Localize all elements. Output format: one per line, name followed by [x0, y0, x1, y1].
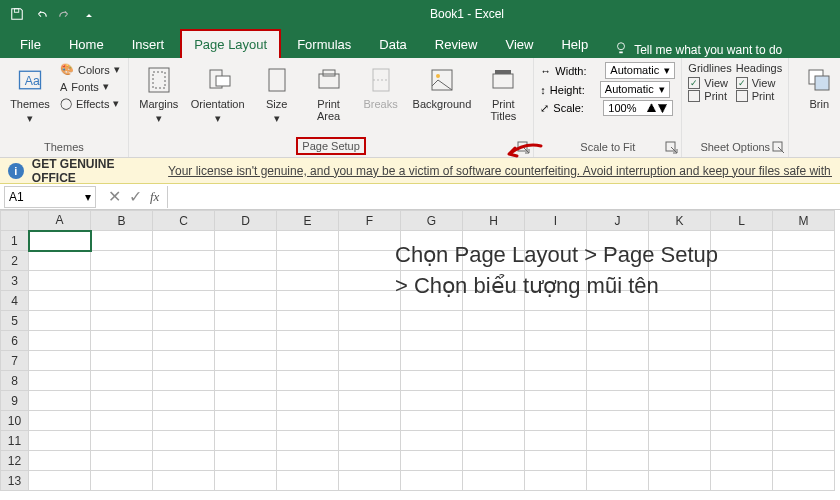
cell[interactable] — [773, 351, 835, 371]
cell[interactable] — [91, 391, 153, 411]
cell[interactable] — [525, 391, 587, 411]
cell[interactable] — [215, 251, 277, 271]
cell[interactable] — [215, 411, 277, 431]
cell[interactable] — [773, 391, 835, 411]
cell[interactable] — [215, 391, 277, 411]
cell[interactable] — [587, 371, 649, 391]
cell[interactable] — [91, 311, 153, 331]
cell[interactable] — [29, 251, 91, 271]
cell[interactable] — [773, 311, 835, 331]
cell[interactable] — [215, 351, 277, 371]
cell[interactable] — [153, 351, 215, 371]
qat-customize-icon[interactable] — [78, 3, 100, 25]
cell[interactable] — [153, 451, 215, 471]
cell[interactable] — [215, 291, 277, 311]
chevron-down-icon[interactable]: ▾ — [85, 190, 91, 204]
select-all-corner[interactable] — [1, 211, 29, 231]
cell[interactable] — [649, 451, 711, 471]
cell[interactable] — [29, 331, 91, 351]
cell[interactable] — [277, 371, 339, 391]
row-header[interactable]: 8 — [1, 371, 29, 391]
cell[interactable] — [339, 371, 401, 391]
print-titles-button[interactable]: Print Titles — [479, 62, 527, 124]
cell[interactable] — [339, 451, 401, 471]
margins-button[interactable]: Margins▾ — [135, 62, 183, 127]
cell[interactable] — [91, 471, 153, 491]
cell[interactable] — [91, 251, 153, 271]
print-area-button[interactable]: Print Area — [305, 62, 353, 124]
cell[interactable] — [29, 291, 91, 311]
cell[interactable] — [153, 411, 215, 431]
cell[interactable] — [277, 431, 339, 451]
notice-message[interactable]: Your license isn't genuine, and you may … — [168, 164, 832, 178]
colors-button[interactable]: 🎨Colors▾ — [58, 62, 122, 77]
cell[interactable] — [649, 371, 711, 391]
bring-forward-button[interactable]: Brin — [795, 62, 840, 112]
cell[interactable] — [277, 351, 339, 371]
fonts-button[interactable]: AFonts▾ — [58, 79, 122, 94]
cell[interactable] — [463, 471, 525, 491]
row-header[interactable]: 7 — [1, 351, 29, 371]
cell[interactable] — [339, 331, 401, 351]
cell[interactable] — [153, 311, 215, 331]
cell[interactable] — [401, 391, 463, 411]
enter-formula-icon[interactable]: ✓ — [129, 187, 142, 206]
cell[interactable] — [649, 331, 711, 351]
cell[interactable] — [401, 451, 463, 471]
tab-file[interactable]: File — [8, 31, 53, 58]
cell[interactable] — [277, 391, 339, 411]
cell[interactable] — [215, 311, 277, 331]
cell[interactable] — [711, 291, 773, 311]
row-header[interactable]: 13 — [1, 471, 29, 491]
cell[interactable] — [339, 231, 401, 251]
cell[interactable] — [711, 231, 773, 251]
cell[interactable] — [773, 271, 835, 291]
column-header[interactable]: D — [215, 211, 277, 231]
cell[interactable] — [463, 331, 525, 351]
cell[interactable] — [153, 291, 215, 311]
cell[interactable] — [401, 471, 463, 491]
cell[interactable] — [91, 431, 153, 451]
gridlines-view-checkbox[interactable]: ✓View — [688, 77, 731, 89]
cell[interactable] — [153, 371, 215, 391]
row-header[interactable]: 2 — [1, 251, 29, 271]
cell[interactable] — [29, 231, 91, 251]
tab-insert[interactable]: Insert — [120, 31, 177, 58]
headings-view-checkbox[interactable]: ✓View — [736, 77, 782, 89]
row-header[interactable]: 4 — [1, 291, 29, 311]
cell[interactable] — [463, 371, 525, 391]
cell[interactable] — [277, 471, 339, 491]
cell[interactable] — [339, 291, 401, 311]
tab-formulas[interactable]: Formulas — [285, 31, 363, 58]
cell[interactable] — [91, 371, 153, 391]
cell[interactable] — [29, 451, 91, 471]
cell[interactable] — [587, 391, 649, 411]
cell[interactable] — [339, 351, 401, 371]
tab-page-layout[interactable]: Page Layout — [180, 29, 281, 58]
column-header[interactable]: G — [401, 211, 463, 231]
cell[interactable] — [153, 431, 215, 451]
cell[interactable] — [525, 411, 587, 431]
cell[interactable] — [711, 351, 773, 371]
tab-view[interactable]: View — [493, 31, 545, 58]
cell[interactable] — [401, 411, 463, 431]
cell[interactable] — [91, 291, 153, 311]
scale-launcher-icon[interactable] — [665, 141, 679, 155]
cell[interactable] — [29, 351, 91, 371]
cell[interactable] — [277, 231, 339, 251]
cell[interactable] — [711, 431, 773, 451]
cell[interactable] — [215, 331, 277, 351]
cell[interactable] — [773, 291, 835, 311]
cell[interactable] — [587, 351, 649, 371]
cell[interactable] — [773, 451, 835, 471]
row-header[interactable]: 6 — [1, 331, 29, 351]
row-header[interactable]: 5 — [1, 311, 29, 331]
cell[interactable] — [773, 331, 835, 351]
cell[interactable] — [91, 231, 153, 251]
cell[interactable] — [773, 471, 835, 491]
cell[interactable] — [339, 391, 401, 411]
cell[interactable] — [401, 351, 463, 371]
cell[interactable] — [773, 371, 835, 391]
cell[interactable] — [339, 271, 401, 291]
cell[interactable] — [339, 311, 401, 331]
